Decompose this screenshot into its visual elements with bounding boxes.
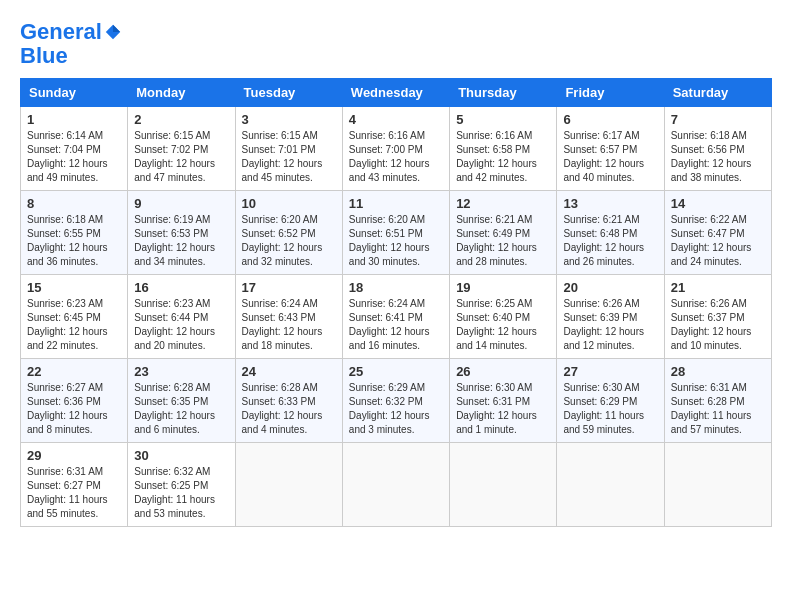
day-info: Sunrise: 6:17 AM Sunset: 6:57 PM Dayligh…	[563, 129, 657, 185]
day-info: Sunrise: 6:20 AM Sunset: 6:51 PM Dayligh…	[349, 213, 443, 269]
day-info: Sunrise: 6:26 AM Sunset: 6:37 PM Dayligh…	[671, 297, 765, 353]
day-number: 30	[134, 448, 228, 463]
calendar-cell: 14 Sunrise: 6:22 AM Sunset: 6:47 PM Dayl…	[664, 191, 771, 275]
day-number: 13	[563, 196, 657, 211]
day-info: Sunrise: 6:16 AM Sunset: 6:58 PM Dayligh…	[456, 129, 550, 185]
day-info: Sunrise: 6:29 AM Sunset: 6:32 PM Dayligh…	[349, 381, 443, 437]
day-number: 20	[563, 280, 657, 295]
day-info: Sunrise: 6:21 AM Sunset: 6:49 PM Dayligh…	[456, 213, 550, 269]
day-info: Sunrise: 6:31 AM Sunset: 6:28 PM Dayligh…	[671, 381, 765, 437]
day-info: Sunrise: 6:28 AM Sunset: 6:33 PM Dayligh…	[242, 381, 336, 437]
header: General Blue	[20, 20, 772, 68]
calendar-cell: 13 Sunrise: 6:21 AM Sunset: 6:48 PM Dayl…	[557, 191, 664, 275]
day-number: 21	[671, 280, 765, 295]
calendar-cell: 15 Sunrise: 6:23 AM Sunset: 6:45 PM Dayl…	[21, 275, 128, 359]
calendar-cell: 9 Sunrise: 6:19 AM Sunset: 6:53 PM Dayli…	[128, 191, 235, 275]
logo: General Blue	[20, 20, 122, 68]
calendar-week-row: 29 Sunrise: 6:31 AM Sunset: 6:27 PM Dayl…	[21, 443, 772, 527]
day-number: 26	[456, 364, 550, 379]
day-info: Sunrise: 6:18 AM Sunset: 6:55 PM Dayligh…	[27, 213, 121, 269]
day-number: 23	[134, 364, 228, 379]
calendar-cell: 26 Sunrise: 6:30 AM Sunset: 6:31 PM Dayl…	[450, 359, 557, 443]
day-info: Sunrise: 6:30 AM Sunset: 6:29 PM Dayligh…	[563, 381, 657, 437]
logo-icon	[104, 23, 122, 41]
day-info: Sunrise: 6:20 AM Sunset: 6:52 PM Dayligh…	[242, 213, 336, 269]
day-info: Sunrise: 6:19 AM Sunset: 6:53 PM Dayligh…	[134, 213, 228, 269]
day-number: 16	[134, 280, 228, 295]
weekday-header: Monday	[128, 79, 235, 107]
calendar-cell: 10 Sunrise: 6:20 AM Sunset: 6:52 PM Dayl…	[235, 191, 342, 275]
day-number: 5	[456, 112, 550, 127]
calendar: SundayMondayTuesdayWednesdayThursdayFrid…	[20, 78, 772, 527]
calendar-week-row: 1 Sunrise: 6:14 AM Sunset: 7:04 PM Dayli…	[21, 107, 772, 191]
day-number: 29	[27, 448, 121, 463]
calendar-week-row: 8 Sunrise: 6:18 AM Sunset: 6:55 PM Dayli…	[21, 191, 772, 275]
day-info: Sunrise: 6:30 AM Sunset: 6:31 PM Dayligh…	[456, 381, 550, 437]
calendar-cell: 16 Sunrise: 6:23 AM Sunset: 6:44 PM Dayl…	[128, 275, 235, 359]
day-number: 14	[671, 196, 765, 211]
weekday-header: Tuesday	[235, 79, 342, 107]
day-number: 15	[27, 280, 121, 295]
calendar-cell: 1 Sunrise: 6:14 AM Sunset: 7:04 PM Dayli…	[21, 107, 128, 191]
day-info: Sunrise: 6:22 AM Sunset: 6:47 PM Dayligh…	[671, 213, 765, 269]
calendar-cell: 27 Sunrise: 6:30 AM Sunset: 6:29 PM Dayl…	[557, 359, 664, 443]
calendar-cell: 11 Sunrise: 6:20 AM Sunset: 6:51 PM Dayl…	[342, 191, 449, 275]
weekday-header: Sunday	[21, 79, 128, 107]
calendar-cell	[450, 443, 557, 527]
calendar-cell: 18 Sunrise: 6:24 AM Sunset: 6:41 PM Dayl…	[342, 275, 449, 359]
day-number: 17	[242, 280, 336, 295]
logo-text: General	[20, 20, 102, 44]
calendar-cell: 5 Sunrise: 6:16 AM Sunset: 6:58 PM Dayli…	[450, 107, 557, 191]
calendar-week-row: 22 Sunrise: 6:27 AM Sunset: 6:36 PM Dayl…	[21, 359, 772, 443]
calendar-cell	[235, 443, 342, 527]
day-number: 4	[349, 112, 443, 127]
day-info: Sunrise: 6:24 AM Sunset: 6:41 PM Dayligh…	[349, 297, 443, 353]
calendar-cell: 25 Sunrise: 6:29 AM Sunset: 6:32 PM Dayl…	[342, 359, 449, 443]
day-info: Sunrise: 6:15 AM Sunset: 7:02 PM Dayligh…	[134, 129, 228, 185]
day-number: 22	[27, 364, 121, 379]
calendar-cell: 6 Sunrise: 6:17 AM Sunset: 6:57 PM Dayli…	[557, 107, 664, 191]
day-info: Sunrise: 6:23 AM Sunset: 6:45 PM Dayligh…	[27, 297, 121, 353]
calendar-cell: 2 Sunrise: 6:15 AM Sunset: 7:02 PM Dayli…	[128, 107, 235, 191]
calendar-cell: 8 Sunrise: 6:18 AM Sunset: 6:55 PM Dayli…	[21, 191, 128, 275]
calendar-header-row: SundayMondayTuesdayWednesdayThursdayFrid…	[21, 79, 772, 107]
day-number: 24	[242, 364, 336, 379]
calendar-cell: 23 Sunrise: 6:28 AM Sunset: 6:35 PM Dayl…	[128, 359, 235, 443]
day-number: 10	[242, 196, 336, 211]
day-number: 6	[563, 112, 657, 127]
day-info: Sunrise: 6:26 AM Sunset: 6:39 PM Dayligh…	[563, 297, 657, 353]
calendar-cell: 29 Sunrise: 6:31 AM Sunset: 6:27 PM Dayl…	[21, 443, 128, 527]
day-number: 2	[134, 112, 228, 127]
day-info: Sunrise: 6:31 AM Sunset: 6:27 PM Dayligh…	[27, 465, 121, 521]
weekday-header: Wednesday	[342, 79, 449, 107]
calendar-cell: 20 Sunrise: 6:26 AM Sunset: 6:39 PM Dayl…	[557, 275, 664, 359]
calendar-cell: 30 Sunrise: 6:32 AM Sunset: 6:25 PM Dayl…	[128, 443, 235, 527]
day-info: Sunrise: 6:16 AM Sunset: 7:00 PM Dayligh…	[349, 129, 443, 185]
calendar-cell	[342, 443, 449, 527]
calendar-cell: 12 Sunrise: 6:21 AM Sunset: 6:49 PM Dayl…	[450, 191, 557, 275]
logo-blue: Blue	[20, 44, 122, 68]
day-number: 27	[563, 364, 657, 379]
day-info: Sunrise: 6:32 AM Sunset: 6:25 PM Dayligh…	[134, 465, 228, 521]
calendar-cell: 4 Sunrise: 6:16 AM Sunset: 7:00 PM Dayli…	[342, 107, 449, 191]
day-info: Sunrise: 6:27 AM Sunset: 6:36 PM Dayligh…	[27, 381, 121, 437]
day-number: 1	[27, 112, 121, 127]
day-number: 9	[134, 196, 228, 211]
day-info: Sunrise: 6:15 AM Sunset: 7:01 PM Dayligh…	[242, 129, 336, 185]
day-number: 28	[671, 364, 765, 379]
day-number: 8	[27, 196, 121, 211]
day-info: Sunrise: 6:18 AM Sunset: 6:56 PM Dayligh…	[671, 129, 765, 185]
calendar-body: 1 Sunrise: 6:14 AM Sunset: 7:04 PM Dayli…	[21, 107, 772, 527]
day-number: 7	[671, 112, 765, 127]
calendar-cell: 17 Sunrise: 6:24 AM Sunset: 6:43 PM Dayl…	[235, 275, 342, 359]
day-number: 25	[349, 364, 443, 379]
calendar-cell: 28 Sunrise: 6:31 AM Sunset: 6:28 PM Dayl…	[664, 359, 771, 443]
calendar-week-row: 15 Sunrise: 6:23 AM Sunset: 6:45 PM Dayl…	[21, 275, 772, 359]
day-info: Sunrise: 6:24 AM Sunset: 6:43 PM Dayligh…	[242, 297, 336, 353]
calendar-cell: 19 Sunrise: 6:25 AM Sunset: 6:40 PM Dayl…	[450, 275, 557, 359]
weekday-header: Friday	[557, 79, 664, 107]
day-info: Sunrise: 6:25 AM Sunset: 6:40 PM Dayligh…	[456, 297, 550, 353]
calendar-cell: 21 Sunrise: 6:26 AM Sunset: 6:37 PM Dayl…	[664, 275, 771, 359]
day-number: 11	[349, 196, 443, 211]
day-info: Sunrise: 6:14 AM Sunset: 7:04 PM Dayligh…	[27, 129, 121, 185]
